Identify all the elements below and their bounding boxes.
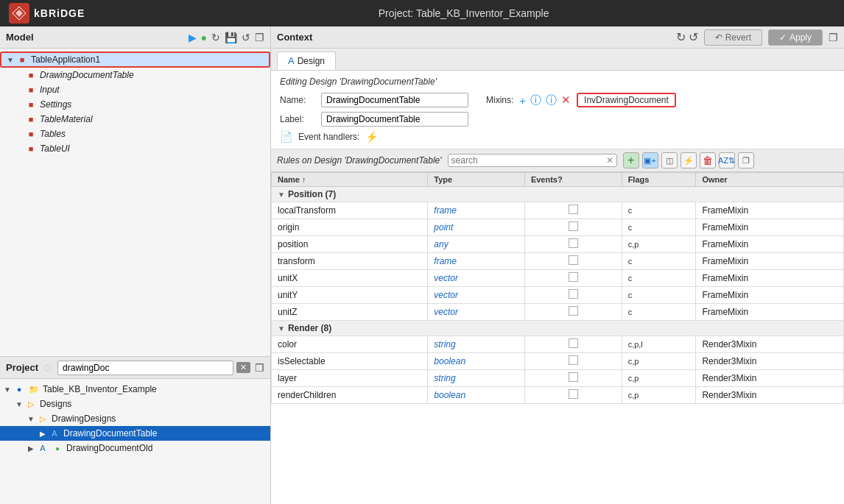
project-title: Project: Table_KB_Inventor_Example [92,7,835,19]
tree-toggle[interactable]: ▼ [6,55,15,64]
rules-search-clear[interactable]: ✕ [606,155,613,166]
tree-item-tableapp[interactable]: ▼ ■ TableApplication1 [0,52,270,68]
model-refresh-button[interactable]: ↺ [242,32,250,43]
drawingdocold-status-icon: ● [52,442,63,454]
undo-button[interactable]: ↻ [676,30,686,44]
cell-owner: Render3Mixin [696,336,844,353]
tree-toggle-designs[interactable]: ▼ [15,400,24,408]
cell-type: boolean [428,353,525,370]
cell-name: position [272,236,428,253]
apply-button[interactable]: ✓ Apply [768,29,823,46]
apply-icon: ✓ [779,32,787,43]
cell-events[interactable] [524,270,622,287]
model-play-button[interactable]: ▶ [189,32,197,43]
model-panel-header: Model ▶ ● ↻ 💾 ↺ ❐ [0,26,270,49]
table-group-row[interactable]: ▼Position (7) [272,187,844,202]
tree-label-tablematerial: TableMaterial [40,114,93,124]
cell-name: unitY [272,287,428,304]
cell-events[interactable] [524,202,622,219]
tree-item-tableui[interactable]: ▶ ■ TableUI [0,141,270,156]
redo-button[interactable]: ↺ [689,30,698,44]
tree-toggle-settings: ▶ [15,100,24,109]
cell-events[interactable] [524,287,622,304]
cell-flags: c,p [622,353,696,370]
revert-button[interactable]: ↶ Revert [704,29,762,46]
project-search-clear[interactable]: ✕ [236,362,250,373]
label-input[interactable] [321,112,468,127]
table-group-row[interactable]: ▼Render (8) [272,321,844,336]
tree-toggle-tableui: ▶ [15,144,24,153]
model-tree: ▼ ■ TableApplication1 ▶ ■ DrawingDocumen… [0,49,270,356]
cell-flags: c,p [622,387,696,404]
rules-expand-button[interactable]: ❐ [738,152,754,168]
mixin-down-icon[interactable]: ⓘ [546,93,557,107]
tree-item-drawingdocold[interactable]: ▶ A ● DrawingDocumentOld [0,441,270,455]
tab-design-label: Design [298,56,325,66]
tab-bar: A Design [271,49,844,71]
tree-item-drawingdesigns[interactable]: ▼ ▷ DrawingDesigns [0,411,270,426]
model-panel-title: Model [6,32,34,43]
cell-events[interactable] [524,236,622,253]
tree-item-drawingdoctable[interactable]: ▶ A DrawingDocumentTable [0,426,270,441]
cell-name: layer [272,370,428,387]
tree-toggle-drawingdesigns[interactable]: ▼ [27,414,35,423]
rules-delete-button[interactable]: 🗑 [700,152,716,168]
model-expand-button[interactable]: ❐ [255,32,264,43]
label-label: Label: [280,114,315,124]
project-search-input[interactable] [57,361,233,375]
cell-type: vector [428,304,525,321]
tree-toggle-drawingdoctable[interactable]: ▶ [38,429,47,438]
rules-vis-button[interactable]: ◫ [661,152,678,168]
cell-events[interactable] [524,353,622,370]
tree-item-tables[interactable]: ▶ ■ Tables [0,127,270,141]
rules-search-input[interactable] [451,155,606,166]
cell-type: frame [428,202,525,219]
rules-copy-button[interactable]: ▣+ [642,152,658,168]
cell-events[interactable] [524,253,622,270]
tree-toggle-drawingdocold[interactable]: ▶ [27,444,35,452]
tree-toggle-project[interactable]: ▼ [3,385,12,394]
apply-label: Apply [790,32,812,43]
rules-add-button[interactable]: + [623,152,639,168]
cell-events[interactable] [524,336,622,353]
tables-icon: ■ [25,128,37,140]
cell-flags: c [622,253,696,270]
cell-events[interactable] [524,304,622,321]
col-flags: Flags [622,173,696,187]
cell-events[interactable] [524,219,622,236]
model-undo-button[interactable]: ↻ [211,32,220,43]
cell-events[interactable] [524,370,622,387]
cell-flags: c,p [622,370,696,387]
rules-event-button[interactable]: ⚡ [681,152,697,168]
rules-sort-button[interactable]: AZ⇅ [719,152,735,168]
design-area: Editing Design 'DrawingDocumentTable' Na… [271,71,844,149]
tree-label-project: Table_KB_Inventor_Example [43,384,157,394]
event-bolt-icon[interactable]: ⚡ [365,131,378,143]
tree-item-designs[interactable]: ▼ ▷ Designs [0,397,270,411]
table-header-row: Name ↑ Type Events? Flags Owner [272,173,844,187]
context-title: Context [277,32,312,43]
mixin-add-icon[interactable]: + [519,94,526,107]
rules-header: Rules on Design 'DrawingDocumentTable' ✕… [271,149,844,172]
cell-owner: Render3Mixin [696,370,844,387]
tree-label-tableapp: TableApplication1 [31,54,100,65]
tree-label-tableui: TableUI [40,143,70,154]
cell-events[interactable] [524,387,622,404]
tree-item-settings[interactable]: ▶ ■ Settings [0,97,270,112]
tree-item-project[interactable]: ▼ ● 📁 Table_KB_Inventor_Example [0,382,270,397]
title-bar: kBRiDGE Project: Table_KB_Inventor_Examp… [0,0,844,26]
cell-type: string [428,370,525,387]
cell-name: unitX [272,270,428,287]
context-expand-button[interactable]: ❐ [829,32,838,43]
mixin-remove-icon[interactable]: ✕ [561,93,571,107]
tree-item-tablematerial[interactable]: ▶ ■ TableMaterial [0,112,270,127]
tree-item-drawing[interactable]: ▶ ■ DrawingDocumentTable [0,68,270,82]
mixin-info-icon[interactable]: ⓘ [530,93,541,107]
tree-item-input[interactable]: ▶ ■ Input [0,82,270,97]
tab-design[interactable]: A Design [277,52,336,70]
model-save-button[interactable]: 💾 [225,32,237,43]
name-input[interactable] [321,93,468,107]
project-expand-button[interactable]: ❐ [255,362,264,374]
tree-label-drawingdocold: DrawingDocumentOld [66,443,152,453]
model-circle-button[interactable]: ● [201,32,207,43]
